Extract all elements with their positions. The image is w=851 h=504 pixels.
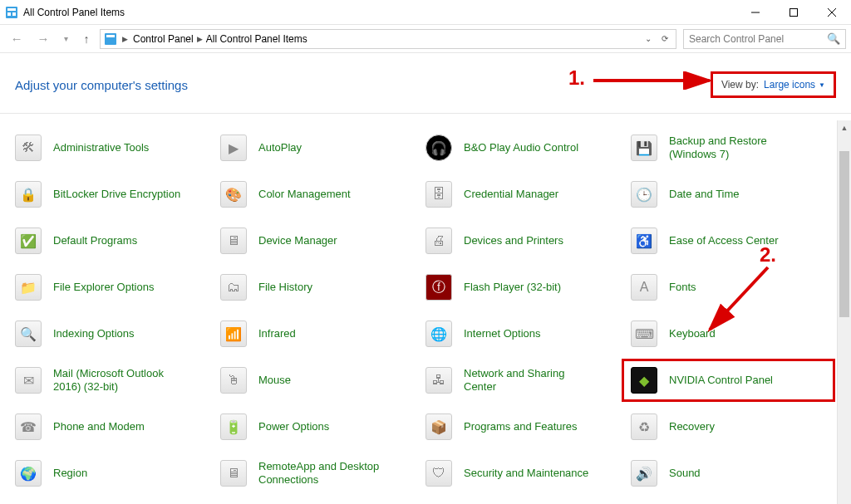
color-mgmt-icon: 🎨 <box>219 179 248 209</box>
item-label: Mail (Microsoft Outlook 2016) (32-bit) <box>53 367 186 393</box>
content-area: 2. 🛠Administrative Tools▶AutoPlay🎧B&O Pl… <box>0 120 851 504</box>
control-panel-item-mouse[interactable]: 🖱Mouse <box>215 363 421 398</box>
address-dropdown-button[interactable]: ⌄ <box>641 32 656 46</box>
control-panel-item-nvidia[interactable]: ◆NVIDIA Control Panel <box>626 363 831 398</box>
item-label: Keyboard <box>669 327 716 340</box>
search-input[interactable]: Search Control Panel 🔍 <box>683 29 846 49</box>
date-time-icon: 🕒 <box>629 179 659 209</box>
control-panel-item-device-mgr[interactable]: 🖥Device Manager <box>215 223 421 258</box>
minimize-button[interactable] <box>736 0 775 25</box>
control-panel-item-backup-restore[interactable]: 💾Backup and Restore (Windows 7) <box>626 130 831 165</box>
up-button[interactable]: ↑ <box>76 29 96 49</box>
item-label: Devices and Printers <box>464 234 563 247</box>
chevron-right-icon[interactable]: ▶ <box>121 35 130 43</box>
maximize-button[interactable] <box>775 0 813 25</box>
item-label: Infrared <box>258 327 296 340</box>
item-label: File Explorer Options <box>53 281 154 294</box>
default-programs-icon: ✅ <box>13 226 43 256</box>
header: Adjust your computer's settings 1. View … <box>0 53 851 113</box>
control-panel-item-date-time[interactable]: 🕒Date and Time <box>626 177 831 212</box>
control-panel-item-infrared[interactable]: 📶Infrared <box>215 316 421 351</box>
control-panel-item-file-history[interactable]: 🗂File History <box>215 270 421 305</box>
control-panel-item-flash[interactable]: ⓕFlash Player (32-bit) <box>421 270 626 305</box>
scroll-thumb[interactable] <box>839 151 849 317</box>
item-label: Backup and Restore (Windows 7) <box>669 135 802 160</box>
nvidia-icon: ◆ <box>629 365 659 395</box>
item-label: Default Programs <box>53 234 137 247</box>
svg-rect-1 <box>7 8 16 11</box>
recent-locations-button[interactable]: ▾ <box>58 27 73 51</box>
view-by-control[interactable]: View by: Large icons ▼ <box>711 71 836 98</box>
view-by-value[interactable]: Large icons ▼ <box>764 79 825 91</box>
device-mgr-icon: 🖥 <box>219 226 248 256</box>
control-panel-item-autoplay[interactable]: ▶AutoPlay <box>215 130 421 165</box>
scroll-track[interactable] <box>838 135 851 504</box>
control-panel-item-bo-audio[interactable]: 🎧B&O Play Audio Control <box>421 130 626 165</box>
control-panel-item-security[interactable]: 🛡Security and Maintenance <box>421 456 626 491</box>
control-panel-item-internet-opts[interactable]: 🌐Internet Options <box>421 316 626 351</box>
page-title: Adjust your computer's settings <box>15 78 188 92</box>
item-label: Date and Time <box>669 188 740 201</box>
control-panel-item-bitlocker[interactable]: 🔒BitLocker Drive Encryption <box>10 177 215 212</box>
autoplay-icon: ▶ <box>219 133 248 163</box>
search-icon[interactable]: 🔍 <box>827 32 840 45</box>
network-icon: 🖧 <box>424 365 454 395</box>
indexing-icon: 🔍 <box>13 319 43 349</box>
toolbar: ← → ▾ ↑ ▶ Control Panel ▶ All Control Pa… <box>0 25 851 53</box>
chevron-down-icon: ▼ <box>819 81 825 89</box>
item-label: NVIDIA Control Panel <box>669 374 773 387</box>
item-label: Ease of Access Center <box>669 234 779 247</box>
breadcrumb: Control Panel ▶ All Control Panel Items <box>133 33 637 45</box>
item-label: Device Manager <box>258 234 337 247</box>
control-panel-item-fonts[interactable]: AFonts <box>626 270 831 305</box>
control-panel-item-explorer-opts[interactable]: 📁File Explorer Options <box>10 270 215 305</box>
titlebar: All Control Panel Items <box>0 0 851 25</box>
recovery-icon: ♻ <box>629 412 659 442</box>
control-panel-item-ease-access[interactable]: ♿Ease of Access Center <box>626 223 831 258</box>
control-panel-item-keyboard[interactable]: ⌨Keyboard <box>626 316 831 351</box>
control-panel-item-default-programs[interactable]: ✅Default Programs <box>10 223 215 258</box>
vertical-scrollbar[interactable]: ▲ ▼ <box>837 120 851 504</box>
phone-modem-icon: ☎ <box>13 412 43 442</box>
control-panel-item-color-mgmt[interactable]: 🎨Color Management <box>215 177 421 212</box>
chevron-right-icon[interactable]: ▶ <box>195 35 204 43</box>
control-panel-item-sound[interactable]: 🔊Sound <box>626 456 831 491</box>
svg-rect-5 <box>790 8 798 16</box>
back-button[interactable]: ← <box>5 27 28 51</box>
item-label: AutoPlay <box>258 141 302 154</box>
control-panel-item-admin-tools[interactable]: 🛠Administrative Tools <box>10 130 215 165</box>
control-panel-item-remoteapp[interactable]: 🖥RemoteApp and Desktop Connections <box>215 456 421 491</box>
control-panel-item-network[interactable]: 🖧Network and Sharing Center <box>421 363 626 398</box>
breadcrumb-item[interactable]: All Control Panel Items <box>206 33 307 45</box>
item-label: Flash Player (32-bit) <box>464 281 561 294</box>
close-button[interactable] <box>813 0 851 25</box>
control-panel-item-programs[interactable]: 📦Programs and Features <box>421 409 626 444</box>
bitlocker-icon: 🔒 <box>13 179 43 209</box>
item-label: Mouse <box>258 374 291 387</box>
control-panel-item-phone-modem[interactable]: ☎Phone and Modem <box>10 409 215 444</box>
item-label: Color Management <box>258 188 351 201</box>
control-panel-item-indexing[interactable]: 🔍Indexing Options <box>10 316 215 351</box>
explorer-opts-icon: 📁 <box>13 272 43 302</box>
search-placeholder: Search Control Panel <box>689 33 784 45</box>
item-label: Administrative Tools <box>53 141 149 154</box>
control-panel-item-credential-mgr[interactable]: 🗄Credential Manager <box>421 177 626 212</box>
control-panel-item-devices-printers[interactable]: 🖨Devices and Printers <box>421 223 626 258</box>
item-label: Fonts <box>669 281 696 294</box>
item-label: File History <box>258 281 312 294</box>
address-bar[interactable]: ▶ Control Panel ▶ All Control Panel Item… <box>100 29 676 49</box>
control-panel-item-power[interactable]: 🔋Power Options <box>215 409 421 444</box>
item-label: RemoteApp and Desktop Connections <box>258 460 391 486</box>
view-by-label: View by: <box>721 79 759 91</box>
annotation-1-label: 1. <box>568 66 585 90</box>
scroll-up-button[interactable]: ▲ <box>838 120 851 135</box>
control-panel-item-mail[interactable]: ✉Mail (Microsoft Outlook 2016) (32-bit) <box>10 363 215 398</box>
forward-button[interactable]: → <box>32 27 55 51</box>
breadcrumb-item[interactable]: Control Panel <box>133 33 194 45</box>
refresh-button[interactable]: ⟳ <box>657 32 672 46</box>
control-panel-item-region[interactable]: 🌍Region <box>10 456 215 491</box>
control-panel-item-recovery[interactable]: ♻Recovery <box>626 409 831 444</box>
fonts-icon: A <box>629 272 659 302</box>
titlebar-left: All Control Panel Items <box>5 6 125 19</box>
items-grid: 🛠Administrative Tools▶AutoPlay🎧B&O Play … <box>0 120 851 504</box>
